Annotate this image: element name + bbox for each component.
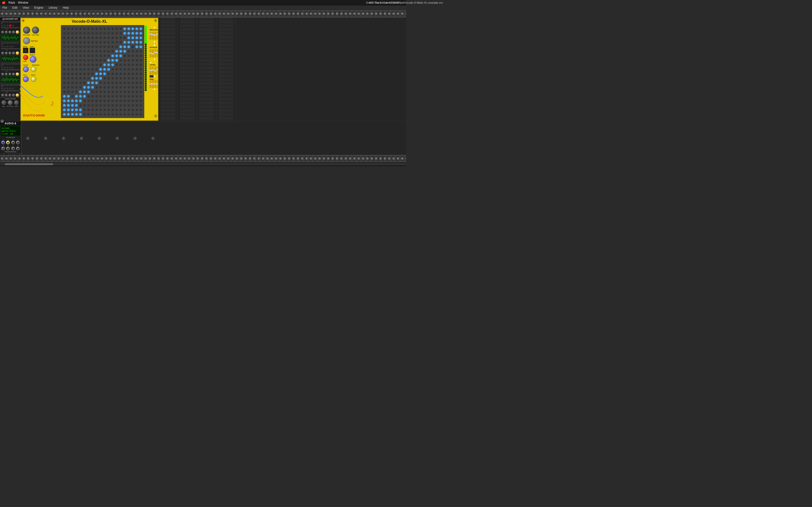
hold-btn[interactable] xyxy=(23,55,28,60)
qs-knob-2[interactable] xyxy=(5,31,8,34)
slider-thumb-3[interactable] xyxy=(157,69,158,70)
add-btn-bottom-6[interactable]: + xyxy=(115,137,119,140)
qs-knob-4[interactable] xyxy=(12,31,15,34)
slider-thumb-0[interactable] xyxy=(149,34,152,35)
slider-thumb-1[interactable] xyxy=(152,69,154,70)
audio8-jack-in-4[interactable] xyxy=(16,140,20,145)
menu-edit[interactable]: Edit xyxy=(11,6,18,10)
slider-thumb-2[interactable] xyxy=(154,83,157,84)
audio8-jack-in-3[interactable] xyxy=(11,140,15,145)
audio8-jack-in-7[interactable] xyxy=(11,147,15,151)
slider-track-1[interactable] xyxy=(152,32,154,40)
slider-thumb-2[interactable] xyxy=(154,70,157,71)
slider-thumb-3[interactable] xyxy=(157,52,158,53)
pan-down-arrow[interactable]: ▼ xyxy=(149,88,157,91)
menu-file[interactable]: File xyxy=(1,6,8,10)
qs-knob-s3-3[interactable] xyxy=(8,73,11,75)
qs-knob-vol-1[interactable] xyxy=(16,31,19,34)
audio8-jack-in-5[interactable] xyxy=(1,147,5,151)
level-up-arrow[interactable]: ▲ xyxy=(150,61,152,63)
qs-knob-s2-4[interactable] xyxy=(12,52,15,55)
slider-thumb-3[interactable] xyxy=(157,34,158,35)
slider-thumb-2[interactable] xyxy=(154,52,157,53)
qs-knob-s4-4[interactable] xyxy=(12,94,15,97)
slider-track-2[interactable] xyxy=(154,66,156,74)
slider-thumb-1[interactable] xyxy=(152,53,154,54)
add-btn-bottom-1[interactable]: + xyxy=(26,137,30,140)
attack-up-arrow[interactable]: ▲ xyxy=(149,43,157,46)
scrollbar-thumb[interactable] xyxy=(5,163,53,165)
qs-knob-s2-2[interactable] xyxy=(5,52,8,55)
sliders-up-arrow[interactable]: ▲ xyxy=(149,25,157,29)
slider-track-2[interactable] xyxy=(154,80,156,88)
slider-thumb-0[interactable] xyxy=(149,70,152,71)
slider-track-1[interactable] xyxy=(152,49,154,57)
qs-knob-s3-4[interactable] xyxy=(12,73,15,75)
slider-track-2[interactable] xyxy=(154,32,156,40)
slider-thumb-0[interactable] xyxy=(149,53,152,54)
slider-thumb-1[interactable] xyxy=(152,34,154,35)
slider-track-0[interactable] xyxy=(150,80,152,88)
add-module-btn-bl[interactable]: + xyxy=(0,119,4,123)
qs-knob-vol-4[interactable] xyxy=(16,94,19,97)
qs-knob-3[interactable] xyxy=(8,31,11,34)
qs-knob-s2-1[interactable] xyxy=(1,52,4,55)
level-down-arrow[interactable]: ▼ xyxy=(153,75,156,77)
qs-knob-s2-3[interactable] xyxy=(8,52,11,55)
audio8-jack-in-2[interactable] xyxy=(6,140,10,145)
carrier-jack[interactable] xyxy=(23,66,29,72)
slider-track-3[interactable] xyxy=(157,32,158,40)
menu-help[interactable]: Help xyxy=(62,6,70,10)
slider-thumb-2[interactable] xyxy=(154,35,157,36)
rack-menu[interactable]: Rack xyxy=(8,1,15,4)
slider-thumb-1[interactable] xyxy=(152,83,154,84)
menu-library[interactable]: Library xyxy=(48,6,58,10)
add-btn-bottom-2[interactable]: + xyxy=(44,137,47,140)
modulator-jack[interactable] xyxy=(31,66,37,72)
carr-gain-knob[interactable] xyxy=(32,26,39,34)
chainmix-out-r-jack[interactable] xyxy=(14,100,19,105)
qs-knob-vol-2[interactable] xyxy=(16,51,19,55)
attack-down-arrow[interactable]: ▼ xyxy=(149,58,157,61)
release-down-arrow[interactable]: ▼ xyxy=(149,40,157,43)
bypass-btn[interactable] xyxy=(23,37,30,44)
menu-engine[interactable]: Engine xyxy=(33,6,44,10)
add-btn-bottom-7[interactable]: + xyxy=(134,137,137,140)
add-btn-bottom-5[interactable]: + xyxy=(98,137,101,140)
slider-track-2[interactable] xyxy=(154,49,156,57)
slider-track-0[interactable] xyxy=(150,66,152,74)
qs-knob-s4-1[interactable] xyxy=(1,94,4,97)
mod-gain-knob[interactable] xyxy=(23,26,30,34)
menu-view[interactable]: View xyxy=(22,6,30,10)
add-btn-bottom-4[interactable]: + xyxy=(80,137,83,140)
slider-track-0[interactable] xyxy=(150,49,152,57)
vocode-out-r-jack[interactable] xyxy=(31,76,37,82)
slider-track-1[interactable] xyxy=(152,80,154,88)
audio8-jack-in-8[interactable] xyxy=(16,147,20,151)
add-btn-bottom-8[interactable]: + xyxy=(151,137,155,140)
slider-thumb-3[interactable] xyxy=(157,83,158,84)
vocode-add-btn-tl[interactable]: + xyxy=(21,19,25,22)
chainmix-knob[interactable] xyxy=(8,100,12,105)
slider-track-3[interactable] xyxy=(157,49,158,57)
vocode-out-l-jack[interactable] xyxy=(23,76,29,82)
slider-track-3[interactable] xyxy=(157,66,158,74)
slider-track-3[interactable] xyxy=(157,80,158,88)
slider-track-1[interactable] xyxy=(152,66,154,74)
qs-knob-vol-3[interactable] xyxy=(16,72,19,76)
qs-knob-s3-2[interactable] xyxy=(5,73,8,75)
bottom-scrollbar[interactable] xyxy=(0,162,406,166)
shift-r-knob[interactable] xyxy=(30,56,37,63)
slider-thumb-0[interactable] xyxy=(149,83,152,84)
slider-track-0[interactable] xyxy=(150,32,152,40)
vocode-add-btn-br[interactable]: + xyxy=(154,114,157,118)
window-menu[interactable]: Window xyxy=(18,1,28,4)
audio8-jack-in-1[interactable] xyxy=(1,140,5,145)
chainmix-out-l-jack[interactable] xyxy=(1,100,6,105)
audio8-jack-in-6[interactable] xyxy=(6,147,10,151)
qs-knob-s3-1[interactable] xyxy=(1,73,4,75)
add-btn-bottom-3[interactable]: + xyxy=(62,137,65,140)
vocode-add-btn-tr[interactable]: + xyxy=(154,19,157,22)
qs-knob-s4-2[interactable] xyxy=(5,94,8,97)
qs-knob-1[interactable] xyxy=(1,31,4,34)
